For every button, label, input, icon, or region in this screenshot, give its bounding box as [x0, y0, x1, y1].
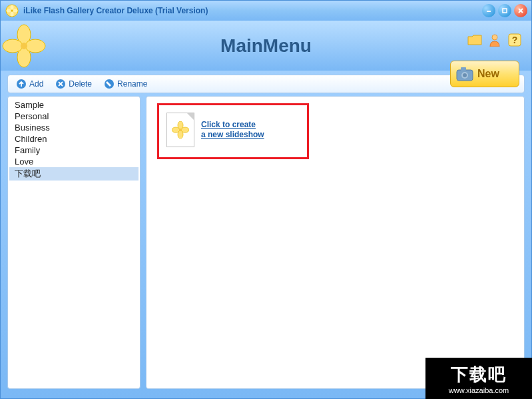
maximize-button[interactable]	[498, 4, 511, 17]
svg-point-5	[11, 10, 13, 12]
top-icons: ?	[467, 33, 522, 47]
user-icon[interactable]	[487, 33, 502, 47]
svg-text:?: ?	[512, 35, 518, 45]
page-title: MainMenu	[220, 35, 312, 57]
camera-icon	[456, 67, 473, 81]
sidebar-item[interactable]: Sample	[9, 99, 138, 111]
svg-point-14	[21, 43, 27, 49]
delete-label: Delete	[69, 79, 92, 89]
svg-point-12	[3, 39, 23, 53]
watermark-url: www.xiazaiba.com	[449, 386, 509, 394]
rename-button[interactable]: Rename	[101, 77, 150, 91]
logo-icon	[1, 23, 47, 69]
content-pane: Click to create a new slideshow	[146, 96, 525, 389]
sidebar-item[interactable]: Family	[9, 145, 138, 156]
sidebar: SamplePersonalBusinessChildrenFamilyLove…	[7, 96, 140, 389]
svg-rect-7	[503, 9, 507, 13]
svg-point-13	[25, 39, 45, 53]
titlebar: iLike Flash Gallery Creator Deluxe (Tria…	[1, 1, 531, 21]
svg-point-3	[7, 9, 11, 13]
app-window: iLike Flash Gallery Creator Deluxe (Tria…	[0, 0, 532, 399]
rename-label: Rename	[117, 79, 147, 89]
add-button[interactable]: Add	[13, 77, 46, 91]
delete-button[interactable]: Delete	[53, 77, 95, 91]
sidebar-item[interactable]: Children	[9, 133, 138, 145]
rename-icon	[104, 79, 115, 89]
minimize-button[interactable]	[482, 4, 495, 17]
help-icon[interactable]: ?	[507, 33, 522, 47]
app-icon	[5, 3, 19, 18]
sidebar-item[interactable]: Business	[9, 122, 138, 133]
sidebar-item[interactable]: 下载吧	[9, 167, 138, 181]
toolbar: Add Delete Rename	[7, 75, 525, 93]
watermark-text: 下载吧	[451, 363, 507, 386]
create-slideshow-label: Click to create a new slideshow	[201, 120, 264, 140]
svg-rect-19	[461, 67, 466, 71]
svg-point-29	[172, 127, 180, 133]
body-area: SamplePersonalBusinessChildrenFamilyLove…	[7, 96, 525, 389]
svg-point-30	[181, 127, 189, 133]
svg-point-1	[11, 5, 14, 10]
sidebar-item[interactable]: Personal	[9, 111, 138, 122]
window-controls	[482, 4, 527, 17]
svg-point-15	[492, 35, 497, 40]
svg-point-21	[463, 73, 467, 77]
add-icon	[16, 79, 27, 89]
watermark: 下载吧 www.xiazaiba.com	[425, 358, 532, 399]
add-label: Add	[29, 79, 43, 89]
titlebar-title: iLike Flash Gallery Creator Deluxe (Tria…	[23, 6, 482, 15]
sidebar-item[interactable]: Love	[9, 156, 138, 167]
new-document-icon	[166, 113, 194, 147]
new-button-label: New	[477, 68, 499, 80]
new-button[interactable]: New	[450, 61, 519, 87]
folder-icon[interactable]	[467, 33, 482, 47]
delete-icon	[55, 79, 66, 89]
create-slideshow-button[interactable]: Click to create a new slideshow	[166, 113, 264, 147]
close-button[interactable]	[514, 4, 527, 17]
svg-point-31	[179, 129, 182, 131]
svg-point-2	[11, 12, 14, 17]
svg-point-4	[13, 9, 18, 13]
header: MainMenu ? New	[1, 21, 531, 71]
